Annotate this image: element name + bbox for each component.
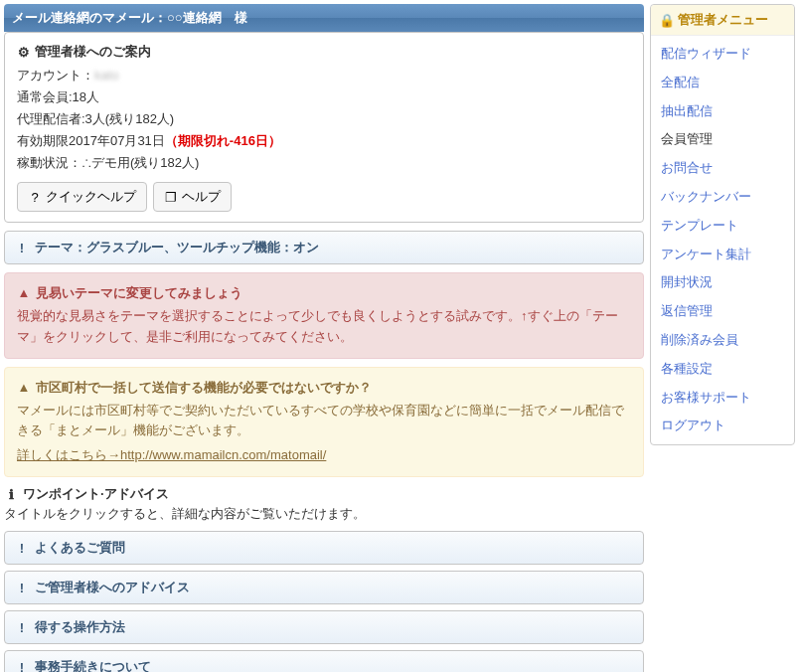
members-line: 通常会員:18人 — [17, 86, 631, 108]
sidebar-item-3[interactable]: 会員管理 — [651, 125, 794, 154]
lock-icon: 🔒 — [659, 13, 673, 28]
help-button[interactable]: ❐ ヘルプ — [153, 182, 232, 212]
page-title-bar: メール連絡網のマメール：○○連絡網 様 — [4, 4, 644, 32]
proxy-line: 代理配信者:3人(残り182人) — [17, 108, 631, 130]
theme-alert-body: 視覚的な見易さをテーマを選択することによって少しでも良くしようとする試みです。↑… — [17, 306, 631, 348]
expire-line: 有効期限2017年07月31日（期限切れ-416日） — [17, 130, 631, 152]
matomail-alert-title: 市区町村で一括して送信する機能が必要ではないですか？ — [36, 378, 372, 399]
matomail-link[interactable]: 詳しくはこちら→http://www.mamailcn.com/matomail… — [17, 447, 326, 462]
advice-accordion: !よくあるご質問!ご管理者様へのアドバイス!得する操作方法!事務手続きについて!… — [4, 531, 644, 672]
sidebar-item-0[interactable]: 配信ウィザード — [651, 40, 794, 69]
advice-item-label: よくあるご質問 — [35, 539, 125, 557]
sidebar-item-5[interactable]: バックナンバー — [651, 183, 794, 212]
advice-heading: ℹ ワンポイント·アドバイス — [4, 485, 644, 503]
page-title: メール連絡網のマメール：○○連絡網 様 — [12, 10, 247, 25]
sidebar-item-13[interactable]: ログアウト — [651, 412, 794, 440]
advice-item-1[interactable]: !ご管理者様へのアドバイス — [4, 571, 644, 604]
advice-item-label: 得する操作方法 — [35, 618, 125, 636]
warning-icon: ▲ — [17, 283, 31, 304]
sidebar-item-11[interactable]: 各種設定 — [651, 355, 794, 384]
theme-strip-label: テーマ：グラスブルー、ツールチップ機能：オン — [35, 239, 319, 256]
sidebar-item-8[interactable]: 開封状況 — [651, 268, 794, 297]
sidebar-item-6[interactable]: テンプレート — [651, 212, 794, 241]
advice-item-label: ご管理者様へのアドバイス — [35, 579, 190, 596]
warning-icon: ▲ — [17, 378, 31, 399]
admin-info-heading: 管理者様へのご案内 — [35, 43, 151, 61]
popup-icon: ❐ — [164, 190, 178, 205]
sidebar-item-2[interactable]: 抽出配信 — [651, 97, 794, 126]
bang-icon: ! — [15, 660, 29, 672]
account-line: アカウント：kato — [17, 65, 631, 86]
sidebar-item-4[interactable]: お問合せ — [651, 154, 794, 183]
matomail-alert-body: マメールには市区町村等でご契約いただいているすべての学校や保育園などに簡単に一括… — [17, 401, 631, 442]
sidebar-item-9[interactable]: 返信管理 — [651, 297, 794, 326]
advice-item-0[interactable]: !よくあるご質問 — [4, 531, 644, 565]
admin-info-panel: ⚙ 管理者様へのご案内 アカウント：kato 通常会員:18人 代理配信者:3人… — [4, 32, 644, 223]
sidebar-item-7[interactable]: アンケート集計 — [651, 241, 794, 269]
gear-icon: ⚙ — [17, 45, 31, 60]
status-line: 稼動状況：∴デモ用(残り182人) — [17, 152, 631, 174]
sidebar-item-1[interactable]: 全配信 — [651, 69, 794, 97]
quick-help-button[interactable]: ? クイックヘルプ — [17, 182, 147, 212]
advice-item-2[interactable]: !得する操作方法 — [4, 610, 644, 644]
theme-alert-title: 見易いテーマに変更してみましょう — [36, 283, 242, 304]
admin-sidebar: 🔒 管理者メニュー 配信ウィザード全配信抽出配信会員管理お問合せバックナンバーテ… — [650, 4, 795, 445]
advice-sub: タイトルをクリックすると、詳細な内容がご覧いただけます。 — [4, 505, 644, 523]
bang-icon: ! — [15, 241, 29, 255]
bang-icon: ! — [15, 541, 29, 556]
advice-item-3[interactable]: !事務手続きについて — [4, 650, 644, 672]
matomail-alert: ▲ 市区町村で一括して送信する機能が必要ではないですか？ マメールには市区町村等… — [4, 367, 644, 477]
theme-suggestion-alert: ▲ 見易いテーマに変更してみましょう 視覚的な見易さをテーマを選択することによっ… — [4, 272, 644, 358]
theme-strip[interactable]: ! テーマ：グラスブルー、ツールチップ機能：オン — [4, 231, 644, 264]
sidebar-title: 管理者メニュー — [678, 11, 768, 29]
bang-icon: ! — [15, 581, 29, 595]
sidebar-item-10[interactable]: 削除済み会員 — [651, 326, 794, 355]
bang-icon: ! — [15, 620, 29, 635]
sidebar-item-12[interactable]: お客様サポート — [651, 384, 794, 413]
info-icon: ℹ — [4, 487, 18, 502]
advice-item-label: 事務手続きについて — [35, 658, 151, 672]
question-icon: ? — [28, 190, 42, 205]
